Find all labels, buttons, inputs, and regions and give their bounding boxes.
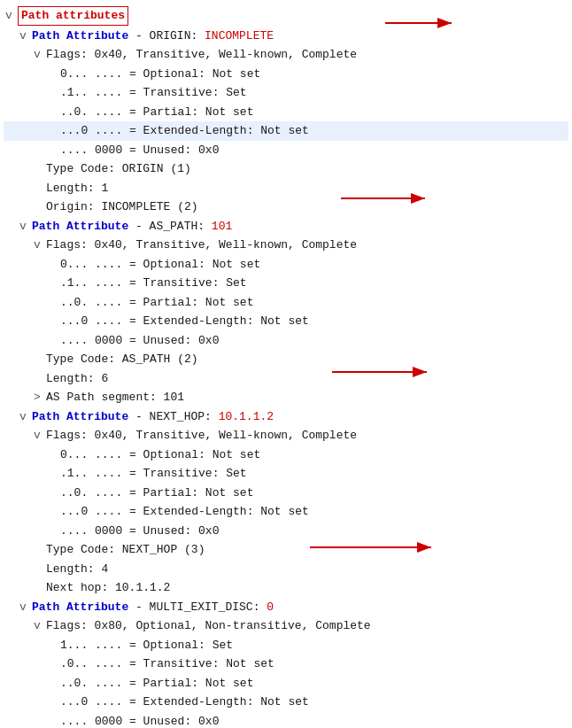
pa-origin-flags-toggle[interactable]: v xyxy=(34,46,46,64)
pa-aspath-flags-node[interactable]: v Flags: 0x40, Transitive, Well-known, C… xyxy=(4,236,568,255)
pa-med-node[interactable]: v Path Attribute - MULTI_EXIT_DISC: 0 xyxy=(4,598,568,617)
flag-extlen-origin: ...0 .... = Extended-Length: Not set xyxy=(4,121,568,141)
pa-nexthop-flags-toggle[interactable]: v xyxy=(34,427,46,445)
typecode-aspath: Type Code: AS_PATH (2) xyxy=(4,350,568,369)
tree-container: v Path attributes v Path Attribute - ORI… xyxy=(0,4,572,728)
length-origin: Length: 1 xyxy=(4,179,568,198)
flag-optional-origin: 0... .... = Optional: Not set xyxy=(4,65,568,84)
pa-origin-toggle[interactable]: v xyxy=(19,27,32,45)
pa-aspath-label: Path Attribute - AS_PATH: 101 xyxy=(32,218,232,236)
flag-transitive-origin: .1.. .... = Transitive: Set xyxy=(4,83,568,103)
flag-unused-nexthop: .... 0000 = Unused: 0x0 xyxy=(4,522,568,541)
pa-nexthop-flags-node[interactable]: v Flags: 0x40, Transitive, Well-known, C… xyxy=(4,426,568,445)
pa-nexthop-flags-label: Flags: 0x40, Transitive, Well-known, Com… xyxy=(46,427,357,445)
pa-med-flags-toggle[interactable]: v xyxy=(34,617,46,635)
pa-nexthop-toggle[interactable]: v xyxy=(19,408,32,426)
flag-transitive-aspath: .1.. .... = Transitive: Set xyxy=(4,274,568,293)
pa-origin-node[interactable]: v Path Attribute - ORIGIN: INCOMPLETE xyxy=(4,27,568,46)
flag-optional-aspath: 0... .... = Optional: Not set xyxy=(4,255,568,275)
flag-partial-med: ..0. .... = Partial: Not set xyxy=(4,674,568,693)
flag-partial-origin: ..0. .... = Partial: Not set xyxy=(4,103,568,122)
flag-optional-med: 1... .... = Optional: Set xyxy=(4,636,568,655)
as-path-segment[interactable]: > AS Path segment: 101 xyxy=(4,388,568,407)
flag-transitive-nexthop: .1.. .... = Transitive: Set xyxy=(4,464,568,484)
length-aspath: Length: 6 xyxy=(4,369,568,389)
pa-nexthop-node[interactable]: v Path Attribute - NEXT_HOP: 10.1.1.2 xyxy=(4,407,568,427)
flag-unused-aspath: .... 0000 = Unused: 0x0 xyxy=(4,331,568,351)
pa-nexthop-label: Path Attribute - NEXT_HOP: 10.1.1.2 xyxy=(32,408,274,426)
flag-unused-med: .... 0000 = Unused: 0x0 xyxy=(4,712,568,729)
typecode-nexthop: Type Code: NEXT_HOP (3) xyxy=(4,540,568,560)
pa-aspath-flags-label: Flags: 0x40, Transitive, Well-known, Com… xyxy=(46,236,357,254)
pa-aspath-toggle[interactable]: v xyxy=(19,218,32,236)
flag-optional-nexthop: 0... .... = Optional: Not set xyxy=(4,445,568,465)
flag-extlen-aspath: ...0 .... = Extended-Length: Not set xyxy=(4,312,568,331)
flag-extlen-med: ...0 .... = Extended-Length: Not set xyxy=(4,693,568,712)
pa-med-flags-label: Flags: 0x80, Optional, Non-transitive, C… xyxy=(46,617,371,635)
root-label: Path attributes xyxy=(18,6,128,26)
flag-unused-origin: .... 0000 = Unused: 0x0 xyxy=(4,141,568,160)
as-segment-toggle[interactable]: > xyxy=(34,389,46,407)
flag-transitive-med: .0.. .... = Transitive: Not set xyxy=(4,654,568,674)
flag-partial-aspath: ..0. .... = Partial: Not set xyxy=(4,293,568,313)
pa-origin-flags-node[interactable]: v Flags: 0x40, Transitive, Well-known, C… xyxy=(4,45,568,65)
nexthop-value: Next hop: 10.1.1.2 xyxy=(4,578,568,598)
origin-value: Origin: INCOMPLETE (2) xyxy=(4,197,568,217)
flag-partial-nexthop: ..0. .... = Partial: Not set xyxy=(4,484,568,503)
flag-extlen-nexthop: ...0 .... = Extended-Length: Not set xyxy=(4,502,568,522)
pa-med-label: Path Attribute - MULTI_EXIT_DISC: 0 xyxy=(32,599,274,616)
pa-med-flags-node[interactable]: v Flags: 0x80, Optional, Non-transitive,… xyxy=(4,616,568,636)
typecode-origin: Type Code: ORIGIN (1) xyxy=(4,159,568,179)
root-node[interactable]: v Path attributes xyxy=(4,5,568,27)
root-toggle[interactable]: v xyxy=(5,7,18,25)
pa-origin-flags-label: Flags: 0x40, Transitive, Well-known, Com… xyxy=(46,46,357,64)
pa-aspath-node[interactable]: v Path Attribute - AS_PATH: 101 xyxy=(4,217,568,236)
pa-aspath-flags-toggle[interactable]: v xyxy=(34,236,46,254)
pa-origin-label: Path Attribute - ORIGIN: INCOMPLETE xyxy=(32,27,274,45)
length-nexthop: Length: 4 xyxy=(4,560,568,579)
pa-med-toggle[interactable]: v xyxy=(19,599,32,616)
